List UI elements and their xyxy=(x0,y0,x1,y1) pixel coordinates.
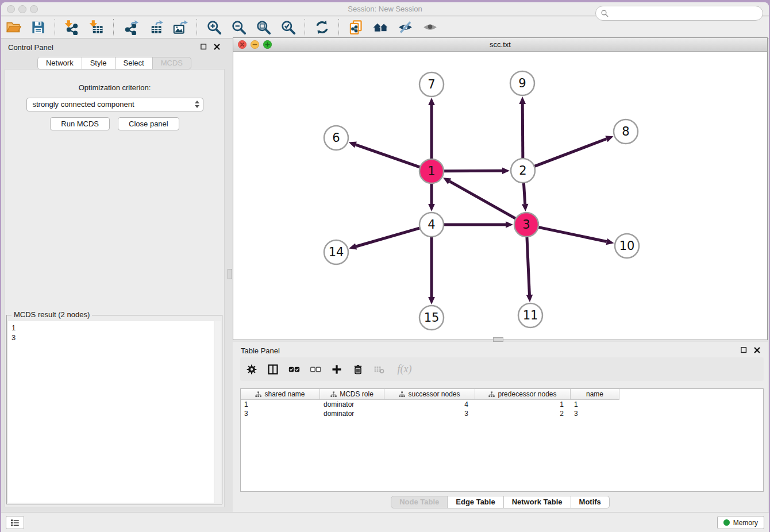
toolbar-separator xyxy=(113,19,114,36)
export-table-icon[interactable] xyxy=(147,19,164,36)
node-table: shared nameMCDS rolesuccessor nodesprede… xyxy=(240,388,764,492)
result-scrollbar[interactable] xyxy=(214,321,221,503)
table-header-row: shared nameMCDS rolesuccessor nodesprede… xyxy=(241,389,763,400)
graph-edge-arrow xyxy=(522,204,529,211)
criterion-value: strongly connected component xyxy=(33,100,134,109)
tab-select[interactable]: Select xyxy=(115,57,153,70)
tab-network-table[interactable]: Network Table xyxy=(503,496,571,508)
network-view-window: scc.txt 7968124314101511 xyxy=(233,37,768,340)
graph-edge-arrow xyxy=(428,98,435,105)
graph-edge-arrow xyxy=(519,97,526,104)
column-header-predecessor-nodes[interactable]: predecessor nodes xyxy=(475,389,571,400)
run-mcds-button[interactable]: Run MCDS xyxy=(50,117,110,130)
zoom-in-icon[interactable] xyxy=(205,19,222,36)
memory-button[interactable]: Memory xyxy=(717,516,764,529)
refresh-icon[interactable] xyxy=(313,19,330,36)
export-image-icon[interactable] xyxy=(171,19,188,36)
graph-node-label: 11 xyxy=(523,309,538,322)
task-history-button[interactable] xyxy=(6,516,24,529)
column-header-name[interactable]: name xyxy=(571,389,619,400)
column-header-successor-nodes[interactable]: successor nodes xyxy=(384,389,475,400)
vertical-splitter-handle[interactable] xyxy=(228,269,232,279)
function-builder-icon: f(x) xyxy=(395,364,414,375)
table-cell[interactable]: 3 xyxy=(384,409,475,418)
graph-edge-2-9[interactable] xyxy=(522,104,523,159)
hide-selected-icon[interactable] xyxy=(396,19,414,36)
graph-edge-1-6[interactable] xyxy=(356,145,420,167)
float-table-panel-icon[interactable] xyxy=(739,345,749,355)
graph-edge-arrow xyxy=(349,243,357,249)
tab-mcds[interactable]: MCDS xyxy=(152,57,191,70)
table-cell[interactable]: 4 xyxy=(384,400,475,409)
graph-edge-arrow xyxy=(428,297,435,304)
table-cell[interactable]: dominator xyxy=(320,400,384,409)
graph-edge-3-1[interactable] xyxy=(449,182,515,219)
show-all-icon[interactable] xyxy=(421,19,438,36)
tab-style[interactable]: Style xyxy=(82,57,116,70)
graph-edge-2-3[interactable] xyxy=(523,183,525,204)
zoom-fit-icon[interactable] xyxy=(255,19,272,36)
table-cell[interactable]: 1 xyxy=(475,400,571,409)
table-cell[interactable]: 1 xyxy=(241,400,320,409)
search-box[interactable] xyxy=(595,6,763,21)
mcds-result-textarea[interactable]: 13 xyxy=(8,321,221,503)
network-window-title: scc.txt xyxy=(233,40,767,49)
zoom-out-icon[interactable] xyxy=(230,19,247,36)
add-row-icon[interactable] xyxy=(331,364,342,375)
graph-node-label: 4 xyxy=(428,218,435,232)
table-panel: Table Panel f(x) shared nameMCDS rolesuc… xyxy=(233,342,768,512)
float-panel-icon[interactable] xyxy=(199,42,209,52)
graph-node-label: 3 xyxy=(522,218,530,232)
deselect-all-icon[interactable] xyxy=(310,364,321,375)
mcds-result-line: 1 xyxy=(11,323,217,333)
search-input[interactable] xyxy=(611,9,763,18)
import-table-icon[interactable] xyxy=(88,19,105,36)
import-network-icon[interactable] xyxy=(63,19,80,36)
first-neighbors-icon[interactable] xyxy=(372,19,389,36)
tab-motifs[interactable]: Motifs xyxy=(571,496,610,508)
zoom-selected-icon[interactable] xyxy=(279,19,297,36)
delete-row-icon[interactable] xyxy=(352,364,364,375)
optimization-criterion-label: Optimization criterion: xyxy=(5,83,224,92)
clone-network-icon[interactable] xyxy=(347,19,364,36)
export-network-icon[interactable] xyxy=(122,19,139,36)
close-panel-icon[interactable] xyxy=(212,42,222,52)
close-table-panel-icon[interactable] xyxy=(752,345,762,355)
graph-node-label: 8 xyxy=(622,125,629,138)
graph-edge-3-11[interactable] xyxy=(527,237,529,295)
column-header-shared-name[interactable]: shared name xyxy=(241,389,320,400)
settings-icon[interactable] xyxy=(246,364,257,375)
open-file-icon[interactable] xyxy=(5,19,22,36)
app-window: Session: New Session Control Panel Netwo… xyxy=(1,2,769,532)
tab-edge-table[interactable]: Edge Table xyxy=(447,496,503,508)
graph-edge-arrow xyxy=(605,136,613,142)
close-panel-button[interactable]: Close panel xyxy=(118,117,179,130)
table-toolbar: f(x) xyxy=(240,357,764,381)
table-cell[interactable]: 2 xyxy=(475,409,571,418)
save-session-icon[interactable] xyxy=(29,19,47,36)
table-cell[interactable]: 1 xyxy=(571,400,619,409)
split-panel-icon[interactable] xyxy=(267,364,279,375)
table-row[interactable]: 1dominator411 xyxy=(241,400,763,409)
select-all-icon[interactable] xyxy=(288,364,300,375)
table-cell[interactable]: 3 xyxy=(571,409,619,418)
horizontal-splitter-handle[interactable] xyxy=(493,337,503,342)
tab-network[interactable]: Network xyxy=(37,57,82,70)
toolbar-separator xyxy=(338,19,339,36)
graph-node-label: 14 xyxy=(329,245,344,259)
graph-edge-1-2[interactable] xyxy=(444,171,502,171)
graph-edge-4-14[interactable] xyxy=(356,228,420,246)
graph-edge-2-8[interactable] xyxy=(534,139,607,167)
mcds-result-group: MCDS result (2 nodes) 13 xyxy=(6,315,222,504)
column-header-MCDS-role[interactable]: MCDS role xyxy=(320,389,384,400)
network-canvas[interactable]: 7968124314101511 xyxy=(233,52,767,340)
table-cell[interactable]: 3 xyxy=(241,409,320,418)
graph-edge-3-10[interactable] xyxy=(538,227,607,241)
control-panel-title: Control Panel xyxy=(8,43,53,52)
mcds-panel: Optimization criterion: strongly connect… xyxy=(5,69,225,507)
table-row[interactable]: 3dominator323 xyxy=(241,409,763,418)
tab-node-table[interactable]: Node Table xyxy=(391,496,448,508)
graph-edge-arrow xyxy=(349,141,357,148)
table-cell[interactable]: dominator xyxy=(320,409,384,418)
criterion-select[interactable]: strongly connected component xyxy=(26,98,203,111)
